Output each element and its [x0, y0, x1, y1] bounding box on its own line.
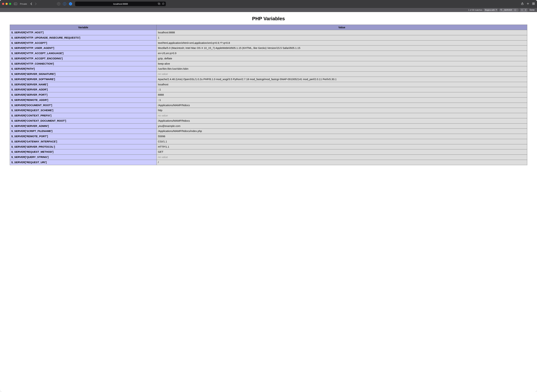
- no-value-text: no value: [158, 72, 168, 75]
- address-text: localhost:8888: [113, 3, 128, 5]
- table-row: $_SERVER['HTTP_ACCEPT_LANGUAGE']en-US,en…: [10, 51, 527, 56]
- find-prev-button[interactable]: [520, 9, 524, 12]
- svg-rect-0: [14, 3, 17, 5]
- variable-name: $_SERVER['HTTP_ACCEPT']: [10, 40, 157, 46]
- tab-overview-button[interactable]: [532, 2, 535, 6]
- privacy-report-icon[interactable]: [56, 2, 61, 6]
- zoom-window-button[interactable]: [9, 3, 11, 5]
- variable-value: CGI/1.1: [156, 139, 527, 144]
- variable-value: /usr/bin:/bin:/usr/sbin:/sbin: [156, 66, 527, 72]
- variable-name: $_SERVER['SERVER_SIGNATURE']: [10, 72, 157, 77]
- variable-value: /Applications/MAMP/htdocs/index.php: [156, 129, 527, 134]
- variable-name: $_SERVER['REQUEST_SCHEME']: [10, 108, 157, 113]
- svg-line-12: [502, 10, 502, 11]
- close-window-button[interactable]: [2, 3, 4, 5]
- private-browsing-icon[interactable]: [68, 2, 73, 6]
- column-header-value: Value: [156, 25, 527, 30]
- reload-button[interactable]: [162, 2, 164, 5]
- back-button[interactable]: [29, 2, 33, 6]
- variable-value: /Applications/MAMP/htdocs: [156, 103, 527, 108]
- variable-name: $_SERVER['REMOTE_PORT']: [10, 134, 157, 139]
- address-bar[interactable]: localhost:8888: [75, 2, 166, 6]
- variable-value: 1: [156, 35, 527, 40]
- svg-rect-7: [532, 3, 533, 4]
- variable-name: $_SERVER['GATEWAY_INTERFACE']: [10, 139, 157, 144]
- table-row: $_SERVER['REQUEST_SCHEME']http: [10, 108, 527, 113]
- variable-value: ::1: [156, 87, 527, 92]
- table-row: $_SERVER['SERVER_SOFTWARE']Apache/2.4.46…: [10, 77, 527, 82]
- table-row: $_SERVER['SERVER_PORT']8888: [10, 92, 527, 98]
- table-row: $_SERVER['HTTP_USER_AGENT']Mozilla/5.0 (…: [10, 46, 527, 51]
- find-search-field[interactable]: ✕: [499, 9, 519, 12]
- page-title: PHP Variables: [10, 16, 527, 21]
- variable-value: you@example.com: [156, 123, 527, 129]
- table-row: $_SERVER['REQUEST_URI']/: [10, 160, 527, 165]
- variable-name: $_SERVER['HTTP_HOST']: [10, 30, 157, 35]
- find-next-button[interactable]: [524, 9, 527, 12]
- find-done-button[interactable]: Done: [529, 9, 535, 11]
- variable-name: $_SERVER['REMOTE_ADDR']: [10, 97, 157, 103]
- share-button[interactable]: [521, 2, 524, 6]
- variable-name: $_SERVER['DOCUMENT_ROOT']: [10, 103, 157, 108]
- variable-value: /: [156, 160, 527, 165]
- table-row: $_SERVER['QUERY_STRING']no value: [10, 155, 527, 160]
- svg-rect-8: [534, 3, 535, 4]
- variable-value: HTTP/1.1: [156, 144, 527, 149]
- find-input[interactable]: [503, 9, 514, 11]
- variable-name: $_SERVER['CONTEXT_PREFIX']: [10, 113, 157, 118]
- variable-value: Mozilla/5.0 (Macintosh; Intel Mac OS X 1…: [156, 46, 527, 51]
- find-mode-select[interactable]: Begins with: [484, 9, 498, 11]
- minimize-window-button[interactable]: [6, 3, 8, 5]
- reader-translate-icon[interactable]: [158, 2, 160, 5]
- clear-search-button[interactable]: ✕: [514, 9, 516, 11]
- table-row: $_SERVER['SERVER_SIGNATURE']no value: [10, 72, 527, 77]
- variable-name: $_SERVER['REQUEST_METHOD']: [10, 149, 157, 155]
- table-row: $_SERVER['REMOTE_ADDR']::1: [10, 97, 527, 103]
- page-viewport[interactable]: PHP Variables Variable Value $_SERVER['H…: [0, 12, 537, 392]
- variable-name: $_SERVER['SCRIPT_FILENAME']: [10, 129, 157, 134]
- find-bar: 1 of 30 matches Begins with ✕ Done: [0, 8, 537, 12]
- table-row: $_SERVER['CONTEXT_DOCUMENT_ROOT']/Applic…: [10, 118, 527, 123]
- variable-name: $_SERVER['HTTP_ACCEPT_ENCODING']: [10, 56, 157, 61]
- table-row: $_SERVER['DOCUMENT_ROOT']/Applications/M…: [10, 103, 527, 108]
- browser-toolbar: Private i localhost:8888: [0, 0, 537, 8]
- variable-value: gzip, deflate: [156, 56, 527, 61]
- variable-value: no value: [156, 113, 527, 118]
- variable-name: $_SERVER['HTTP_ACCEPT_LANGUAGE']: [10, 51, 157, 56]
- variable-name: $_SERVER['SERVER_NAME']: [10, 82, 157, 87]
- table-row: $_SERVER['PATH']/usr/bin:/bin:/usr/sbin:…: [10, 66, 527, 72]
- variable-name: $_SERVER['SERVER_SOFTWARE']: [10, 77, 157, 82]
- variable-value: localhost:8888: [156, 30, 527, 35]
- table-row: $_SERVER['SERVER_NAME']localhost: [10, 82, 527, 87]
- variable-name: $_SERVER['HTTP_CONNECTION']: [10, 61, 157, 66]
- svg-rect-10: [534, 4, 535, 5]
- variable-value: /Applications/MAMP/htdocs: [156, 118, 527, 123]
- variable-value: no value: [156, 155, 527, 160]
- no-value-text: no value: [158, 155, 168, 159]
- variable-value: en-US,en;q=0.9: [156, 51, 527, 56]
- variable-value: Apache/2.4.46 (Unix) OpenSSL/1.0.2u PHP/…: [156, 77, 527, 82]
- table-row: $_SERVER['SERVER_PROTOCOL']HTTP/1.1: [10, 144, 527, 149]
- variable-name: $_SERVER['CONTEXT_DOCUMENT_ROOT']: [10, 118, 157, 123]
- table-row: $_SERVER['SCRIPT_FILENAME']/Applications…: [10, 129, 527, 134]
- column-header-variable: Variable: [10, 25, 157, 30]
- table-row: $_SERVER['HTTP_UPGRADE_INSECURE_REQUESTS…: [10, 35, 527, 40]
- sidebar-toggle-button[interactable]: [13, 2, 18, 6]
- variable-name: $_SERVER['SERVER_ADMIN']: [10, 123, 157, 129]
- variable-name: $_SERVER['PATH']: [10, 66, 157, 72]
- svg-point-11: [501, 9, 502, 10]
- new-tab-button[interactable]: [527, 2, 529, 6]
- table-row: $_SERVER['HTTP_HOST']localhost:8888: [10, 30, 527, 35]
- variable-value: 8888: [156, 92, 527, 98]
- variable-name: $_SERVER['REQUEST_URI']: [10, 160, 157, 165]
- variable-name: $_SERVER['QUERY_STRING']: [10, 155, 157, 160]
- private-mode-label: Private: [20, 3, 27, 5]
- find-match-count: 1 of 30 matches: [468, 9, 482, 11]
- search-icon: [500, 9, 502, 11]
- forward-button[interactable]: [34, 2, 38, 6]
- no-value-text: no value: [158, 114, 168, 117]
- tracker-info-icon[interactable]: i: [62, 2, 67, 6]
- php-variables-table: Variable Value $_SERVER['HTTP_HOST']loca…: [10, 25, 527, 165]
- variable-value: no value: [156, 72, 527, 77]
- variable-name: $_SERVER['SERVER_PROTOCOL']: [10, 144, 157, 149]
